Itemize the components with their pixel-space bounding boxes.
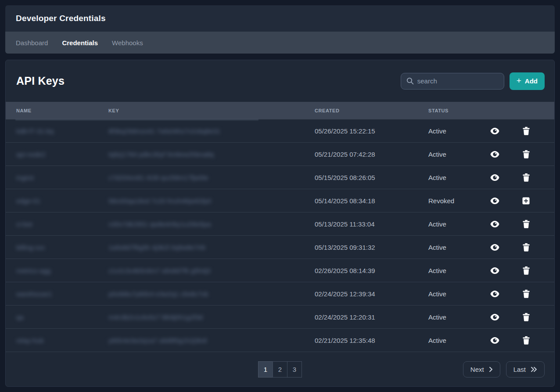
status-cell: Active: [428, 127, 481, 135]
trash-icon: [523, 243, 530, 252]
eye-icon: [490, 173, 500, 182]
page-number-group: 123: [258, 361, 302, 378]
status-cell: Active: [428, 313, 481, 321]
search-input[interactable]: [417, 77, 499, 85]
key-value-cell: y6t5r4e3w2q1a7 s8d9f0g1h2j3k4l: [108, 337, 315, 344]
table-row: warehouse1 p0o9i8u7y6t5r4 e3w2q1 z9x8c7v…: [6, 282, 554, 306]
delete-button[interactable]: [520, 310, 533, 324]
key-name-cell: warehouse1: [16, 290, 108, 298]
delete-button[interactable]: [520, 217, 533, 230]
view-key-button[interactable]: [488, 264, 501, 277]
delete-button[interactable]: [520, 334, 533, 347]
next-page-button[interactable]: Next: [463, 361, 500, 378]
tab-webhooks[interactable]: Webhooks: [112, 39, 143, 47]
last-page-button[interactable]: Last: [506, 361, 545, 378]
tab-credentials[interactable]: Credentials: [62, 39, 98, 47]
created-cell: 05/13/2025 11:33:04: [315, 220, 428, 228]
eye-icon: [490, 336, 500, 345]
key-value-cell: c7d204xn81 rk39 qvz58m17fjw0te: [108, 174, 315, 181]
panel-header: API Keys + Add: [6, 60, 554, 102]
delete-button[interactable]: [520, 287, 533, 300]
page-button-1[interactable]: 1: [258, 361, 273, 378]
header-card: Developer Credentials DashboardCredentia…: [5, 5, 555, 54]
trash-icon: [523, 313, 530, 321]
search-box[interactable]: [401, 73, 504, 90]
restore-button[interactable]: [520, 194, 533, 207]
status-cell: Active: [428, 220, 481, 228]
eye-icon: [490, 313, 500, 321]
view-key-button[interactable]: [488, 241, 501, 254]
tab-bar: DashboardCredentialsWebhooks: [5, 32, 555, 54]
key-name-cell: metrics-agg: [16, 267, 108, 274]
search-icon: [406, 77, 414, 85]
panel-controls: + Add: [401, 72, 545, 90]
delete-button[interactable]: [520, 171, 533, 184]
page-button-3[interactable]: 3: [287, 361, 302, 378]
trash-icon: [523, 336, 530, 345]
view-key-button[interactable]: [488, 287, 501, 300]
created-cell: 02/24/2025 12:20:31: [315, 313, 428, 321]
add-button-label: Add: [525, 77, 538, 85]
key-value-cell: tq9zj1784 pdkc30yf 5m6ew2hbna8q: [108, 151, 315, 158]
table-row: ingest c7d204xn81 rk39 qvz58m17fjw0te 05…: [6, 166, 554, 189]
created-cell: 02/26/2025 08:14:39: [315, 267, 428, 274]
key-name-cell: qa: [16, 313, 108, 321]
eye-icon: [490, 197, 500, 205]
view-key-button[interactable]: [488, 171, 501, 184]
delete-button[interactable]: [520, 124, 533, 137]
table-row: metrics-agg z1x2c3v4b5n6m7 a9s8d7f6 g5h4…: [6, 259, 554, 282]
created-cell: 02/21/2025 12:35:48: [315, 337, 428, 344]
delete-button[interactable]: [520, 147, 533, 161]
key-name-cell: ingest: [16, 174, 108, 181]
pagination-nav-buttons: Next Last: [463, 361, 554, 378]
column-header-created: CREATED: [315, 108, 428, 113]
status-cell: Active: [428, 337, 481, 344]
created-cell: 05/15/2025 08:26:05: [315, 174, 428, 181]
view-key-button[interactable]: [488, 334, 501, 347]
eye-icon: [490, 150, 500, 158]
page-title: Developer Credentials: [16, 14, 106, 23]
delete-button[interactable]: [520, 241, 533, 254]
title-row: Developer Credentials: [5, 5, 555, 32]
created-cell: 05/21/2025 07:42:28: [315, 151, 428, 158]
status-cell: Active: [428, 290, 481, 298]
trash-icon: [523, 150, 530, 158]
table-row: relay-hub y6t5r4e3w2q1a7 s8d9f0g1h2j3k4l…: [6, 329, 554, 352]
created-cell: 05/13/2025 09:31:32: [315, 244, 428, 251]
table-body: kd8-f7-31-bq 8f3kq29dmzx41 7wls04hs7n2vb…: [6, 119, 554, 352]
tab-dashboard[interactable]: Dashboard: [16, 39, 48, 47]
add-button[interactable]: + Add: [510, 72, 545, 90]
table-row: edge-01 5tkx93qa18vd 7c20 fmzh46jw92lp0 …: [6, 189, 554, 212]
api-keys-panel: API Keys + Add NAME KEY CREATED STATUS: [5, 60, 555, 387]
table-row: kd8-f7-31-bq 8f3kq29dmzx41 7wls04hs7n2vb…: [6, 119, 554, 143]
plus-icon: +: [517, 76, 521, 85]
key-value-cell: 1a9s8d7f6g5h 4j3k2l 0q9w8e7r6t: [108, 244, 315, 251]
trash-icon: [523, 127, 530, 135]
view-key-button[interactable]: [488, 194, 501, 207]
view-key-button[interactable]: [488, 310, 501, 324]
page-button-2[interactable]: 2: [273, 361, 287, 378]
key-value-cell: z1x2c3v4b5n6m7 a9s8d7f6 g5h4j3: [108, 267, 315, 274]
created-cell: 05/14/2025 08:34:18: [315, 197, 428, 205]
key-name-cell: relay-hub: [16, 337, 108, 344]
key-value-cell: p0o9i8u7y6t5r4 e3w2q1 z9x8c7vb: [108, 290, 315, 298]
view-key-button[interactable]: [488, 217, 501, 230]
status-cell: Active: [428, 174, 481, 181]
status-cell: Active: [428, 267, 481, 274]
delete-button[interactable]: [520, 264, 533, 277]
trash-icon: [523, 266, 530, 275]
pagination-bar: 123 Next Last: [6, 352, 554, 386]
last-button-label: Last: [513, 366, 526, 373]
eye-icon: [490, 266, 500, 275]
table-row: billing-svc 1a9s8d7f6g5h 4j3k2l 0q9w8e7r…: [6, 236, 554, 259]
table-header-row: NAME KEY CREATED STATUS: [6, 102, 554, 119]
table-row: api-node2 tq9zj1784 pdkc30yf 5m6ew2hbna8…: [6, 143, 554, 166]
trash-icon: [523, 220, 530, 228]
view-key-button[interactable]: [488, 124, 501, 137]
eye-icon: [490, 290, 500, 298]
view-key-button[interactable]: [488, 147, 501, 161]
key-value-cell: m4n3b2v1c6x5z7 l8k9j0h1g2f3d: [108, 313, 315, 321]
plus-square-icon: [522, 197, 530, 205]
chevron-right-icon: [489, 367, 493, 372]
column-header-name: NAME: [16, 108, 108, 113]
